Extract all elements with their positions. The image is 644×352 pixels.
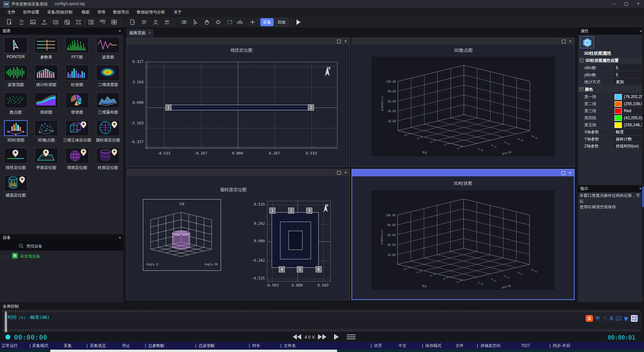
speed-value[interactable]: 4.0 X bbox=[305, 335, 315, 340]
menu-view[interactable]: 视图 bbox=[82, 8, 90, 17]
color-swatch[interactable] bbox=[614, 108, 622, 114]
ime-toolbar[interactable]: S 中 bbox=[585, 314, 642, 323]
list-icon[interactable] bbox=[140, 18, 148, 26]
sensor-1[interactable]: 1 bbox=[269, 208, 275, 214]
sensor-3[interactable]: 3 bbox=[306, 208, 312, 214]
export-icon[interactable] bbox=[40, 18, 48, 26]
measure-icon[interactable] bbox=[236, 18, 244, 26]
sensor-2[interactable]: 2 bbox=[308, 104, 314, 111]
sensor-6[interactable]: 6 bbox=[316, 266, 322, 272]
chart-card-linear-location[interactable] bbox=[4, 148, 28, 164]
menu-file[interactable]: 文件 bbox=[7, 8, 15, 17]
mic-icon[interactable] bbox=[609, 316, 613, 321]
property-row[interactable]: xBin数 5 bbox=[580, 64, 642, 72]
acquire-button[interactable]: 采集 bbox=[260, 18, 274, 26]
collapse-icon[interactable] bbox=[580, 87, 583, 91]
chart-card-bar[interactable] bbox=[65, 65, 89, 81]
panel-close-icon[interactable] bbox=[344, 170, 347, 175]
menu-acquire-playback[interactable]: 采集/回放控制 bbox=[47, 8, 72, 17]
panel-maximize-icon[interactable] bbox=[561, 171, 565, 175]
punctuation-icon[interactable] bbox=[602, 316, 607, 321]
chart-card-bar3d[interactable] bbox=[4, 120, 28, 136]
menu-software-settings[interactable]: 软件设置 bbox=[23, 8, 39, 17]
chart-card-spherical-location[interactable] bbox=[65, 148, 89, 164]
property-value[interactable]: 振铃计数 bbox=[614, 136, 642, 142]
selected-object-icon-box[interactable] bbox=[580, 36, 594, 48]
maximize-icon[interactable]: ▢ bbox=[621, 0, 632, 8]
charts-panel-close-icon[interactable] bbox=[118, 28, 121, 35]
color-row[interactable]: 第一段 (76,202,255) bbox=[580, 93, 642, 100]
settings-section-header[interactable]: 3D柱状图属性设置 bbox=[578, 57, 644, 64]
skin-icon[interactable] bbox=[624, 316, 629, 321]
user-icon[interactable] bbox=[152, 18, 160, 26]
sensor-4[interactable]: 4 bbox=[279, 266, 285, 272]
panel-maximize-icon[interactable] bbox=[337, 40, 341, 43]
new-layout-icon[interactable] bbox=[5, 18, 13, 26]
property-value[interactable]: 5 bbox=[614, 72, 642, 78]
device-tree-item[interactable]: R 未发现设备 bbox=[0, 252, 123, 260]
tab-chart-page[interactable]: 图表页面 × bbox=[127, 29, 154, 37]
chart-card-pie[interactable] bbox=[65, 92, 89, 108]
chart-card-area[interactable] bbox=[35, 92, 58, 108]
collapse-icon[interactable] bbox=[580, 58, 584, 62]
panel-close-icon[interactable] bbox=[569, 39, 572, 44]
chart-card-intensity-2d[interactable] bbox=[96, 65, 120, 81]
tab-close-icon[interactable]: × bbox=[149, 31, 151, 35]
playback-button[interactable]: 回放 bbox=[275, 18, 288, 26]
layout-split-icon[interactable] bbox=[99, 18, 107, 26]
lang-cn-icon[interactable]: 中 bbox=[595, 315, 600, 321]
color-row[interactable]: 第二段 (255,108,0) bbox=[580, 100, 642, 107]
chart-card-cylindrical-location[interactable] bbox=[96, 148, 120, 164]
chart-card-scatter[interactable] bbox=[4, 92, 28, 108]
layout-cascade-icon[interactable] bbox=[87, 18, 95, 26]
sensor-2[interactable]: 2 bbox=[288, 208, 294, 214]
property-value[interactable]: 幅度 bbox=[614, 129, 642, 135]
timeline-cursor[interactable] bbox=[5, 311, 7, 332]
menu-data-export[interactable]: 数据导出 bbox=[113, 8, 129, 17]
chart-card-waterfall-3d[interactable] bbox=[96, 92, 120, 108]
property-value[interactable]: 累加 bbox=[614, 79, 642, 85]
color-swatch[interactable] bbox=[614, 115, 622, 121]
color-row[interactable]: 第三段 Red bbox=[580, 107, 642, 115]
panel-bar3d[interactable]: 3D柱状图 100.00 80.00 60.00 40.00 20. bbox=[352, 169, 575, 300]
panel-scatter3d[interactable]: 3D散点图 100.00 80.00 60.00 40.00 20. bbox=[352, 38, 575, 167]
minimize-icon[interactable]: – bbox=[608, 0, 620, 8]
users-icon[interactable] bbox=[163, 18, 171, 26]
timeline[interactable]: 时间（s）-幅度(dB) bbox=[3, 310, 641, 332]
fast-forward-button[interactable] bbox=[318, 334, 326, 340]
chart-card-location-3d[interactable] bbox=[65, 120, 89, 136]
color-swatch[interactable] bbox=[614, 94, 622, 100]
property-row[interactable]: 统计方式 累加 bbox=[580, 79, 642, 86]
devices-panel-close-icon[interactable] bbox=[118, 234, 121, 241]
chart-card-pointer[interactable] bbox=[4, 37, 28, 53]
panel-linear-location[interactable]: 线性定位图 1 2 N 6.327 3.163 0.000 -3 bbox=[126, 38, 350, 167]
sogou-logo-icon[interactable]: S bbox=[586, 315, 593, 322]
output-log[interactable]: 本窗口将显示操作过程的记录，可以 使用右键清空或保存 bbox=[580, 193, 642, 210]
chart-card-cylinder-surface-location[interactable] bbox=[96, 120, 120, 136]
menu-data-analysis[interactable]: 数据处理与分析 bbox=[137, 8, 165, 17]
sensor-5[interactable]: 5 bbox=[297, 266, 303, 272]
property-row[interactable]: yBin数 5 bbox=[580, 72, 642, 79]
chart-card-waveform-stream[interactable] bbox=[4, 65, 28, 81]
property-value[interactable]: 持续时间(us) bbox=[614, 143, 642, 149]
fullscreen-icon[interactable] bbox=[74, 18, 83, 26]
chart-card-waveform[interactable] bbox=[96, 37, 120, 53]
menu-about[interactable]: 关于 bbox=[174, 8, 182, 17]
panel-maximize-icon[interactable] bbox=[562, 40, 566, 43]
waveform-settings-icon[interactable] bbox=[63, 18, 71, 26]
output-close-icon[interactable] bbox=[639, 185, 642, 192]
toolbox-grid-icon[interactable] bbox=[631, 315, 638, 322]
color-section-header[interactable]: 颜色 bbox=[578, 86, 644, 93]
panel-close-icon[interactable] bbox=[344, 39, 347, 44]
panel-maximize-icon[interactable] bbox=[337, 171, 341, 175]
properties-close-icon[interactable] bbox=[639, 28, 642, 35]
chart-card-parameter-table[interactable] bbox=[35, 37, 58, 53]
menu-button[interactable] bbox=[347, 335, 356, 339]
property-value[interactable]: 5 bbox=[614, 64, 642, 71]
hand-tool-icon[interactable] bbox=[203, 18, 211, 26]
color-row[interactable]: 第四段 (42,255,0) bbox=[580, 115, 642, 122]
chart-card-tank-bottom-location[interactable] bbox=[4, 175, 28, 191]
color-swatch[interactable] bbox=[614, 122, 622, 128]
soft-keyboard-icon[interactable] bbox=[616, 316, 621, 320]
chart-card-scatter3d[interactable] bbox=[35, 120, 58, 136]
